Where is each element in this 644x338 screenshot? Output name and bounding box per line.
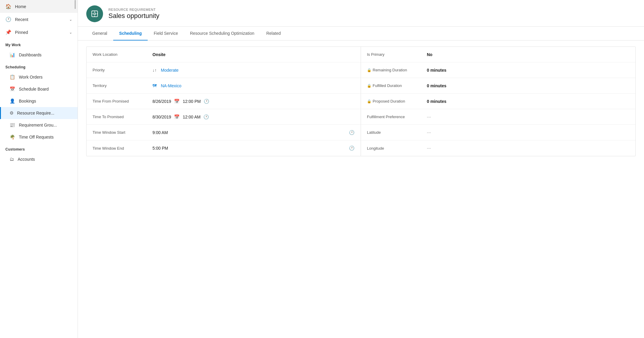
sidebar-item-label: Requirement Grou... [19,123,57,127]
time-value: 12:00 AM [183,115,200,119]
field-row-fulfillment-preference: Fulfillment Preference--- [361,109,635,125]
chevron-icon: ⌄ [69,30,72,34]
field-label-is-primary: Is Primary [367,52,427,57]
nav-label: Recent [15,17,28,22]
dashboards-icon: 📊 [10,52,15,58]
clock-icon[interactable]: 🕐 [349,145,355,151]
map-icon: 🗺 [152,83,157,88]
field-value-fulfilled-duration: 0 minutes [427,83,629,88]
field-value-work-location: Onsite [152,52,355,57]
clock-icon[interactable]: 🕐 [204,99,209,104]
field-row-work-location: Work Location Onsite [87,47,361,62]
field-row-time-to-promised: Time To Promised 8/30/2019 📅 12:00 AM 🕐 [87,109,361,125]
sidebar-item-bookings[interactable]: 👤 Bookings [0,95,78,107]
nav-item-pinned[interactable]: 📌 Pinned ⌄ [0,26,78,39]
nav-item-recent[interactable]: 🕐 Recent ⌄ [0,13,78,26]
record-title-block: RESOURCE REQUIREMENT Sales opportunity [108,8,159,20]
field-value-time-window-end: 5:00 PM 🕐 [152,145,355,151]
sidebar-item-work-orders[interactable]: 📋 Work Orders [0,71,78,83]
scroll-indicator [75,0,76,9]
sidebar-item-label: Resource Require... [17,111,55,115]
sidebar-item-schedule-board[interactable]: 📅 Schedule Board [0,83,78,95]
main-content: RESOURCE REQUIREMENT Sales opportunity G… [78,0,644,338]
field-value-priority[interactable]: ↓↑Moderate [152,68,355,73]
field-value-latitude: --- [427,130,629,135]
pinned-icon: 📌 [5,29,11,35]
date-value: 8/30/2019 [152,115,171,119]
field-row-priority: Priority ↓↑Moderate [87,62,361,78]
sort-icon: ↓↑ [152,68,157,73]
field-row-time-from-promised: Time From Promised 8/26/2019 📅 12:00 PM … [87,94,361,109]
nav-label: Home [15,4,26,9]
tab-field-service[interactable]: Field Service [148,27,184,40]
time-value: 12:00 PM [183,99,201,104]
sidebar-item-label: Bookings [19,99,36,103]
field-label-latitude: Latitude [367,130,427,135]
field-label-time-to-promised: Time To Promised [93,115,152,119]
sidebar-item-dashboards[interactable]: 📊 Dashboards [0,49,78,61]
field-label-remaining-duration: 🔒Remaining Duration [367,68,427,72]
field-label-time-from-promised: Time From Promised [93,99,152,103]
bookings-icon: 👤 [10,98,15,104]
svg-point-1 [94,13,96,15]
tab-scheduling[interactable]: Scheduling [113,27,148,40]
chevron-icon: ⌄ [69,17,72,22]
calendar-icon[interactable]: 📅 [174,99,180,104]
record-type: RESOURCE REQUIREMENT [108,8,159,11]
tab-bar: GeneralSchedulingField ServiceResource S… [78,27,644,40]
form-left: Work Location OnsitePriority ↓↑ModerateT… [87,47,361,156]
field-value-time-to-promised: 8/30/2019 📅 12:00 AM 🕐 [152,114,355,120]
form-right: Is PrimaryNo 🔒Remaining Duration0 minute… [361,47,635,156]
field-value-longitude: --- [427,146,629,151]
field-label-fulfilled-duration: 🔒Fulfilled Duration [367,83,427,88]
recent-icon: 🕐 [5,16,11,22]
nav-item-home[interactable]: 🏠 Home [0,0,78,13]
time-value: 5:00 PM [152,146,168,151]
sidebar-item-label: Time Off Requests [19,135,54,139]
section-label-my-work: My Work [0,39,78,49]
field-label-time-window-end: Time Window End [93,146,152,151]
record-header: RESOURCE REQUIREMENT Sales opportunity [78,0,644,27]
field-row-proposed-duration: 🔒Proposed Duration0 minutes [361,94,635,109]
field-value-is-primary: No [427,52,629,57]
sidebar-item-time-off-requests[interactable]: 🌴 Time Off Requests [0,131,78,143]
work-orders-icon: 📋 [10,74,15,80]
sidebar: 🏠 Home 🕐 Recent ⌄📌 Pinned ⌄ My Work📊 Das… [0,0,78,338]
calendar-icon[interactable]: 📅 [174,114,180,120]
record-icon [86,5,103,22]
lock-icon: 🔒 [367,68,371,72]
lock-icon: 🔒 [367,99,371,103]
nav-label: Pinned [15,30,28,35]
date-value: 8/26/2019 [152,99,171,104]
schedule-board-icon: 📅 [10,86,15,92]
field-label-time-window-start: Time Window Start [93,130,152,135]
field-label-longitude: Longitude [367,146,427,151]
field-row-is-primary: Is PrimaryNo [361,47,635,62]
field-value-remaining-duration: 0 minutes [427,68,629,73]
clock-icon[interactable]: 🕐 [203,114,209,120]
time-off-requests-icon: 🌴 [10,134,15,140]
field-value-time-from-promised: 8/26/2019 📅 12:00 PM 🕐 [152,99,355,104]
tab-related[interactable]: Related [260,27,287,40]
clock-icon[interactable]: 🕐 [349,130,355,135]
form-area: Work Location OnsitePriority ↓↑ModerateT… [78,40,644,338]
tab-general[interactable]: General [86,27,113,40]
sidebar-item-accounts[interactable]: 🗂 Accounts [0,153,78,165]
field-value-time-window-start: 9:00 AM 🕐 [152,130,355,135]
lock-icon: 🔒 [367,84,371,88]
field-label-proposed-duration: 🔒Proposed Duration [367,99,427,103]
sidebar-item-resource-requirements[interactable]: ⚙ Resource Require... [0,107,78,119]
field-row-remaining-duration: 🔒Remaining Duration0 minutes [361,62,635,78]
field-value-territory[interactable]: 🗺NA-Mexico [152,83,355,88]
sidebar-item-label: Accounts [18,157,35,162]
resource-requirements-icon: ⚙ [10,110,13,116]
section-label-scheduling: Scheduling [0,61,78,71]
sidebar-item-requirement-groups[interactable]: 📰 Requirement Grou... [0,119,78,131]
field-value-fulfillment-preference: --- [427,115,629,119]
time-value: 9:00 AM [152,130,168,135]
field-label-priority: Priority [93,68,152,72]
tab-resource-scheduling-optimization[interactable]: Resource Scheduling Optimization [184,27,260,40]
home-icon: 🏠 [5,4,11,9]
field-row-time-window-end: Time Window End 5:00 PM 🕐 [87,140,361,156]
sidebar-item-label: Dashboards [19,52,42,57]
